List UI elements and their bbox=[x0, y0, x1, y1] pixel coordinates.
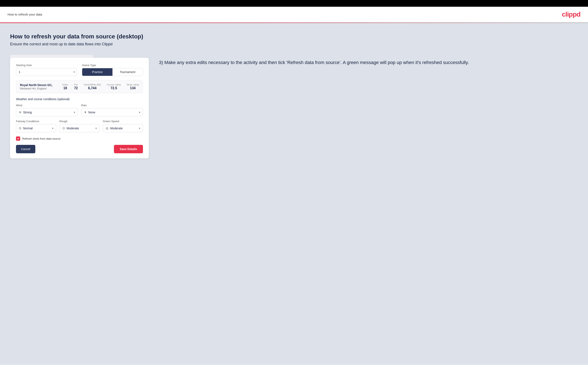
stat-yards: Yards/White (M)) 6,744 bbox=[84, 83, 101, 90]
green-speed-value: Moderate bbox=[110, 127, 139, 130]
rain-chevron: ▾ bbox=[139, 111, 140, 114]
starting-hole-select-wrapper[interactable]: 1 10 ▾ bbox=[16, 68, 77, 76]
refresh-label: Refresh shots from data source bbox=[22, 137, 60, 140]
rain-select[interactable]: ✦ None ▾ bbox=[81, 108, 143, 116]
weather-section-label: Weather and course conditions (optional) bbox=[16, 97, 143, 101]
hole-gametype-row: Starting Hole 1 10 ▾ Game Type Practi bbox=[16, 64, 143, 76]
content-row: Starting Hole 1 10 ▾ Game Type Practi bbox=[10, 55, 578, 158]
fairway-label: Fairway Conditions bbox=[16, 120, 56, 123]
header: How to refresh your data clippd bbox=[0, 7, 588, 23]
tournament-button[interactable]: Tournament bbox=[112, 68, 143, 76]
refresh-checkbox[interactable] bbox=[16, 136, 20, 141]
rough-chevron: ▾ bbox=[95, 127, 97, 130]
yards-label: Yards/White (M)) bbox=[84, 83, 101, 86]
fairway-chevron: ▾ bbox=[52, 127, 53, 130]
fairway-rough-green-row: Fairway Conditions ⊙ Normal ▾ Rough ⊙ Mo… bbox=[16, 120, 143, 132]
course-info: Royal North Devon GC, Westward Ho!, Engl… bbox=[20, 83, 57, 90]
starting-hole-select[interactable]: 1 10 bbox=[16, 68, 77, 76]
form-card: Starting Hole 1 10 ▾ Game Type Practi bbox=[10, 58, 149, 158]
wind-label: Wind bbox=[16, 104, 78, 107]
par-label: Par bbox=[74, 83, 78, 86]
course-row: Royal North Devon GC, Westward Ho!, Engl… bbox=[20, 83, 139, 90]
rough-select[interactable]: ⊙ Moderate ▾ bbox=[60, 124, 100, 132]
green-speed-label: Green Speed bbox=[103, 120, 143, 123]
course-card: Royal North Devon GC, Westward Ho!, Engl… bbox=[16, 80, 143, 93]
par-value: 72 bbox=[74, 86, 78, 90]
yards-value: 6,744 bbox=[88, 86, 96, 90]
green-speed-select[interactable]: ◎ Moderate ▾ bbox=[103, 124, 143, 132]
rough-value: Moderate bbox=[67, 127, 96, 130]
button-row: Cancel Save Details bbox=[16, 145, 143, 153]
holes-label: Holes bbox=[62, 83, 68, 86]
logo: clippd bbox=[562, 10, 580, 18]
green-speed-chevron: ▾ bbox=[139, 127, 140, 130]
wind-select[interactable]: ≋ Strong ▾ bbox=[16, 108, 78, 116]
starting-hole-label: Starting Hole bbox=[16, 64, 77, 67]
fairway-group: Fairway Conditions ⊙ Normal ▾ bbox=[16, 120, 56, 132]
rough-label: Rough bbox=[60, 120, 100, 123]
page-heading: How to refresh your data from source (de… bbox=[10, 33, 578, 40]
wind-value: Strong bbox=[23, 111, 74, 114]
practice-button[interactable]: Practice bbox=[82, 68, 112, 76]
page-subheading: Ensure the correct and most up to date d… bbox=[10, 42, 578, 46]
header-title: How to refresh your data bbox=[8, 13, 42, 16]
stat-slope-rating: Slope rating 134 bbox=[127, 83, 139, 90]
wind-chevron: ▾ bbox=[74, 111, 75, 114]
wind-icon: ≋ bbox=[19, 110, 21, 114]
rain-icon: ✦ bbox=[84, 110, 86, 114]
refresh-checkbox-row: Refresh shots from data source bbox=[16, 136, 143, 141]
top-bar bbox=[0, 0, 588, 7]
footer: Copyright Clippd 2022 bbox=[0, 365, 588, 367]
green-speed-icon: ◎ bbox=[105, 126, 108, 130]
game-type-label: Game Type bbox=[82, 64, 143, 67]
fairway-icon: ⊙ bbox=[19, 126, 21, 130]
stat-holes: Holes 18 bbox=[62, 83, 68, 90]
side-description: 3) Make any extra edits necessary to the… bbox=[159, 59, 578, 66]
rough-group: Rough ⊙ Moderate ▾ bbox=[60, 120, 100, 132]
stat-group: Holes 18 Par 72 Yards/White (M)) 6,744 bbox=[62, 83, 139, 90]
save-button[interactable]: Save Details bbox=[114, 145, 143, 153]
rough-icon: ⊙ bbox=[62, 126, 65, 130]
rain-value: None bbox=[88, 111, 139, 114]
fairway-value: Normal bbox=[23, 127, 52, 130]
slope-rating-value: 134 bbox=[130, 86, 136, 90]
stat-course-rating: Course rating 72.5 bbox=[107, 83, 121, 90]
slope-rating-label: Slope rating bbox=[127, 83, 139, 86]
course-location: Westward Ho!, England bbox=[20, 87, 57, 90]
game-type-group: Game Type Practice Tournament bbox=[82, 64, 143, 76]
rain-label: Rain bbox=[81, 104, 143, 107]
course-name: Royal North Devon GC, bbox=[20, 83, 57, 87]
side-text: 3) Make any extra edits necessary to the… bbox=[159, 55, 578, 66]
course-rating-label: Course rating bbox=[107, 83, 121, 86]
stat-par: Par 72 bbox=[74, 83, 78, 90]
cancel-button[interactable]: Cancel bbox=[16, 145, 35, 153]
green-speed-group: Green Speed ◎ Moderate ▾ bbox=[103, 120, 143, 132]
fairway-select[interactable]: ⊙ Normal ▾ bbox=[16, 124, 56, 132]
rain-group: Rain ✦ None ▾ bbox=[81, 104, 143, 116]
starting-hole-group: Starting Hole 1 10 ▾ bbox=[16, 64, 77, 76]
game-type-toggle: Practice Tournament bbox=[82, 68, 143, 76]
holes-value: 18 bbox=[63, 86, 67, 90]
main-content: How to refresh your data from source (de… bbox=[0, 23, 588, 365]
wind-rain-row: Wind ≋ Strong ▾ Rain ✦ None ▾ bbox=[16, 104, 143, 116]
wind-group: Wind ≋ Strong ▾ bbox=[16, 104, 78, 116]
course-rating-value: 72.5 bbox=[111, 86, 117, 90]
form-card-wrapper: Starting Hole 1 10 ▾ Game Type Practi bbox=[10, 55, 149, 158]
